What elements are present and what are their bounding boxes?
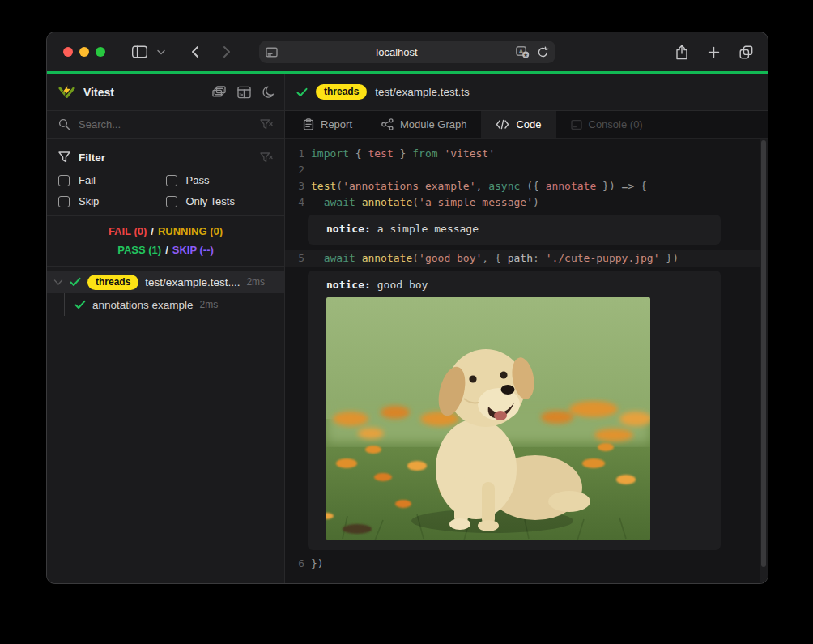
funnel-icon xyxy=(58,151,70,163)
vitest-logo xyxy=(58,84,75,100)
code-line-1: 1import { test } from 'vitest' xyxy=(285,146,760,162)
code-line-2: 2 xyxy=(285,162,760,178)
duration-label: 2ms xyxy=(200,299,219,310)
line-number: 6 xyxy=(285,556,304,572)
search-input[interactable] xyxy=(79,118,252,130)
translate-icon[interactable]: A★ xyxy=(516,46,530,58)
page-icon xyxy=(266,46,278,58)
filter-checkbox-only-tests[interactable]: Only Tests xyxy=(166,195,274,207)
tab-label: Module Graph xyxy=(400,118,466,130)
skip-count: SKIP (--) xyxy=(172,244,214,256)
running-count: RUNNING (0) xyxy=(158,225,223,237)
tab-code[interactable]: Code xyxy=(481,111,555,138)
new-tab-icon[interactable] xyxy=(708,46,720,58)
close-window-button[interactable] xyxy=(63,47,73,57)
chevron-down-icon[interactable] xyxy=(53,279,63,286)
tab-label: Code xyxy=(516,118,541,130)
sidebar-toggle-icon[interactable] xyxy=(128,41,151,62)
notice-text: a simple message xyxy=(377,223,479,235)
checkbox[interactable] xyxy=(166,175,177,186)
main-panel: threads test/example.test.ts Report Modu… xyxy=(285,74,768,583)
svg-text:★: ★ xyxy=(523,51,528,57)
tree-file-name: test/example.test.... xyxy=(145,276,240,288)
code-text: await annotate('a simple message') xyxy=(304,194,539,211)
code-text: await annotate('good boy', { path: './cu… xyxy=(304,250,679,267)
code-line-4: 4 await annotate('a simple message') xyxy=(285,194,760,211)
tabbar: Report Module Graph Code Console (0) xyxy=(285,111,768,139)
tab-report[interactable]: Report xyxy=(288,111,367,138)
tree-item-test-file[interactable]: threads test/example.test.... 2ms xyxy=(47,271,284,293)
filter-checkbox-skip[interactable]: Skip xyxy=(58,195,166,207)
filter-clear-icon[interactable] xyxy=(260,152,273,163)
tab-console: Console (0) xyxy=(556,111,658,138)
code-line-5: 5 await annotate('good boy', { path: './… xyxy=(285,250,760,267)
dashboard-icon[interactable] xyxy=(237,86,251,99)
moon-icon[interactable] xyxy=(262,86,275,99)
line-number: 1 xyxy=(285,146,304,162)
pool-badge: threads xyxy=(316,84,367,100)
stacked-windows-icon[interactable] xyxy=(212,86,226,98)
scrollbar-thumb[interactable] xyxy=(761,140,766,567)
filter-panel: Filter FailPassSkipOnly Tests xyxy=(47,139,284,216)
checkbox-label: Pass xyxy=(186,174,210,186)
summary-separator: / xyxy=(165,244,168,256)
summary-separator: / xyxy=(151,225,154,237)
tree-test-name: annotations example xyxy=(92,299,194,311)
cute-puppy-image[interactable] xyxy=(326,297,650,540)
tab-module-graph[interactable]: Module Graph xyxy=(367,111,481,138)
notice-text: good boy xyxy=(377,279,428,291)
address-bar[interactable]: localhost A★ xyxy=(259,41,555,63)
console-icon xyxy=(571,119,582,130)
check-icon xyxy=(70,277,81,287)
checkbox-label: Fail xyxy=(79,174,96,186)
code-text xyxy=(304,162,311,178)
code-text: import { test } from 'vitest' xyxy=(304,146,495,162)
chevron-down-icon[interactable] xyxy=(154,41,168,62)
open-file-name: test/example.test.ts xyxy=(375,86,469,98)
test-summary: FAIL (0)/RUNNING (0) PASS (1)/SKIP (--) xyxy=(47,216,284,267)
filter-options: FailPassSkipOnly Tests xyxy=(58,174,273,207)
notice-label: notice: xyxy=(326,223,371,235)
forward-icon[interactable] xyxy=(215,41,238,62)
reload-icon[interactable] xyxy=(537,46,549,58)
annotation-notice: notice:good boy xyxy=(308,271,721,550)
graph-icon xyxy=(381,118,394,130)
share-icon[interactable] xyxy=(675,45,688,60)
editor-scrollbar[interactable] xyxy=(760,139,768,583)
check-icon xyxy=(296,87,308,97)
line-number: 3 xyxy=(285,178,304,194)
check-icon xyxy=(74,300,86,309)
search-bar xyxy=(47,111,284,139)
tree-item-test-case[interactable]: annotations example 2ms xyxy=(47,293,284,316)
code-text: test('annotations example', async ({ ann… xyxy=(304,178,647,194)
app-title: Vitest xyxy=(83,86,204,99)
traffic-lights xyxy=(47,47,105,57)
filter-clear-icon[interactable] xyxy=(260,119,273,130)
browser-window: localhost A★ xyxy=(47,32,768,583)
back-icon[interactable] xyxy=(183,41,206,62)
pass-count: PASS (1) xyxy=(117,244,161,256)
minimize-window-button[interactable] xyxy=(79,47,89,57)
code-icon xyxy=(496,119,509,130)
indent-guide xyxy=(64,293,65,316)
url-text[interactable]: localhost xyxy=(278,46,516,58)
checkbox[interactable] xyxy=(58,175,70,186)
duration-label: 2ms xyxy=(246,276,265,288)
titlebar: localhost A★ xyxy=(47,32,768,71)
tabs-overview-icon[interactable] xyxy=(739,45,753,59)
filter-checkbox-pass[interactable]: Pass xyxy=(166,174,274,186)
code-line-3: 3test('annotations example', async ({ an… xyxy=(285,178,760,194)
code-line-6: 6}) xyxy=(285,556,760,572)
line-number: 4 xyxy=(285,194,304,211)
line-number: 5 xyxy=(285,250,304,267)
checkbox[interactable] xyxy=(58,196,70,207)
annotation-notice: notice:a simple message xyxy=(308,215,721,245)
code-editor[interactable]: 1import { test } from 'vitest'23test('an… xyxy=(285,139,768,583)
tab-label: Console (0) xyxy=(589,118,643,130)
checkbox[interactable] xyxy=(166,196,177,207)
filter-checkbox-fail[interactable]: Fail xyxy=(58,174,166,186)
pool-badge: threads xyxy=(87,275,138,290)
search-icon xyxy=(58,118,70,130)
zoom-window-button[interactable] xyxy=(96,47,105,57)
notice-label: notice: xyxy=(326,279,371,291)
